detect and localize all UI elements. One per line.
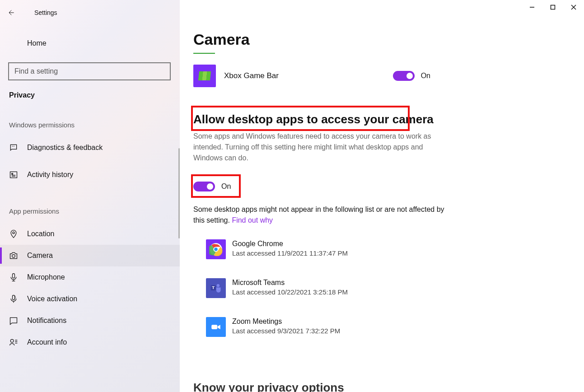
desktop-apps-toggle-label: On — [221, 182, 231, 191]
section-privacy-options-title: Know your privacy options — [193, 381, 344, 392]
nav-home[interactable]: Home — [0, 34, 180, 52]
home-icon — [9, 39, 18, 48]
close-icon — [571, 5, 576, 10]
notifications-icon — [9, 316, 18, 325]
main-content: Camera Xbox Game Bar On Allow desktop ap… — [180, 0, 584, 392]
svg-text:T: T — [212, 285, 215, 290]
xbox-game-bar-icon — [193, 65, 216, 87]
xbox-toggle-label: On — [421, 72, 430, 80]
title-underline — [193, 53, 215, 54]
section-desktop-apps-desc: Some apps and Windows features need to a… — [193, 131, 444, 163]
svg-rect-14 — [211, 325, 217, 329]
titlebar: Settings — [0, 4, 180, 22]
svg-point-6 — [10, 339, 14, 342]
chrome-icon — [206, 239, 226, 259]
search-input[interactable] — [14, 67, 156, 75]
zoom-icon — [206, 317, 226, 337]
nav-label: Notifications — [27, 317, 66, 325]
app-toggle-xbox: Xbox Game Bar On — [193, 65, 584, 87]
xbox-toggle[interactable] — [393, 71, 415, 81]
page-title: Camera — [193, 31, 584, 48]
nav-account-info[interactable]: Account info — [0, 331, 180, 353]
svg-point-10 — [214, 247, 218, 251]
app-last-accessed: Last accessed 11/9/2021 11:37:47 PM — [232, 249, 348, 258]
app-name-label: Xbox Game Bar — [224, 71, 279, 80]
group-app-permissions: App permissions — [0, 207, 180, 215]
svg-rect-4 — [13, 274, 15, 278]
group-windows-permissions: Windows permissions — [0, 121, 180, 129]
nav-notifications[interactable]: Notifications — [0, 310, 180, 331]
camera-icon — [9, 251, 18, 260]
svg-rect-7 — [551, 5, 555, 9]
note-text: Some desktop apps might not appear in th… — [193, 205, 444, 224]
arrow-left-icon — [7, 9, 14, 16]
nav-home-label: Home — [27, 39, 47, 47]
back-button[interactable] — [0, 4, 22, 22]
nav-diagnostics[interactable]: Diagnostics & feedback — [0, 137, 180, 159]
nav-label: Camera — [27, 252, 53, 260]
section-desktop-apps-note: Some desktop apps might not appear in th… — [193, 204, 444, 226]
minimize-icon — [529, 5, 535, 10]
desktop-apps-list: Google Chrome Last accessed 11/9/2021 11… — [193, 239, 584, 337]
microphone-icon — [9, 273, 18, 282]
svg-point-3 — [12, 255, 15, 258]
svg-rect-5 — [13, 295, 15, 300]
maximize-icon — [550, 5, 556, 10]
search-container — [8, 62, 171, 80]
window-controls — [522, 0, 584, 14]
location-icon — [9, 229, 18, 238]
svg-point-2 — [13, 232, 14, 233]
nav-label: Account info — [27, 338, 67, 346]
app-last-accessed: Last accessed 10/22/2021 3:25:18 PM — [232, 288, 348, 297]
nav-location[interactable]: Location — [0, 223, 180, 245]
minimize-button[interactable] — [522, 0, 542, 14]
search-icon — [156, 67, 164, 75]
nav-camera[interactable]: Camera — [0, 245, 180, 266]
app-last-accessed: Last accessed 9/3/2021 7:32:22 PM — [232, 327, 340, 336]
svg-rect-1 — [10, 172, 17, 177]
section-desktop-apps-title: Allow desktop apps to access your camera — [193, 112, 584, 126]
account-info-icon — [9, 338, 18, 347]
nav-activity-history[interactable]: Activity history — [0, 164, 180, 186]
app-entry-teams: T Microsoft Teams Last accessed 10/22/20… — [206, 278, 584, 298]
find-out-why-link[interactable]: Find out why — [232, 216, 273, 224]
desktop-apps-toggle-row: On — [193, 182, 584, 191]
search-box[interactable] — [8, 62, 171, 80]
nav-voice-activation[interactable]: Voice activation — [0, 288, 180, 310]
app-title: Settings — [34, 9, 57, 16]
history-icon — [9, 170, 18, 179]
nav-label: Microphone — [27, 273, 65, 281]
feedback-icon — [9, 143, 18, 152]
nav-microphone[interactable]: Microphone — [0, 266, 180, 288]
sidebar-category: Privacy — [0, 91, 180, 99]
svg-point-13 — [217, 284, 220, 287]
nav-label: Voice activation — [27, 295, 77, 303]
app-entry-chrome: Google Chrome Last accessed 11/9/2021 11… — [206, 239, 584, 259]
app-entry-zoom: Zoom Meetings Last accessed 9/3/2021 7:3… — [206, 317, 584, 337]
app-name: Zoom Meetings — [232, 317, 340, 327]
nav-label: Location — [27, 230, 55, 238]
desktop-apps-toggle[interactable] — [193, 182, 215, 191]
teams-icon: T — [206, 278, 226, 298]
close-button[interactable] — [563, 0, 584, 14]
maximize-button[interactable] — [542, 0, 563, 14]
app-name: Microsoft Teams — [232, 278, 348, 288]
app-name: Google Chrome — [232, 239, 348, 249]
nav-label: Diagnostics & feedback — [27, 144, 103, 152]
sidebar: Settings Home Privacy Windows permission… — [0, 0, 180, 392]
svg-point-0 — [157, 68, 162, 73]
voice-activation-icon — [9, 294, 18, 303]
nav-label: Activity history — [27, 171, 73, 179]
